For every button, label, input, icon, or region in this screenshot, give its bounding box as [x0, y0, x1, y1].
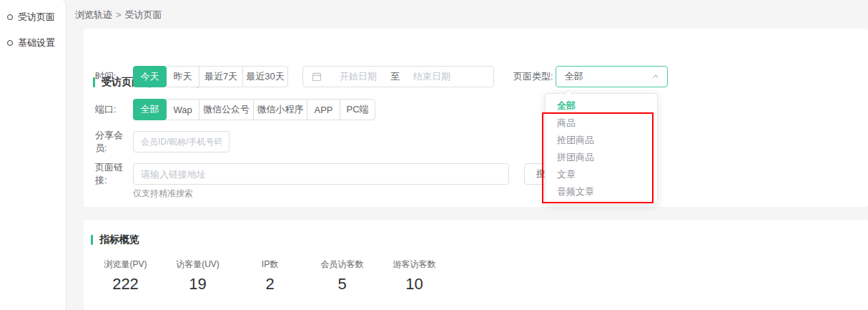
dropdown-option-all[interactable]: 全部: [546, 97, 657, 115]
dropdown-option-group-goods[interactable]: 拼团商品: [546, 149, 657, 166]
sidebar: 受访页面 基础设置: [0, 0, 66, 310]
date-range-separator: 至: [390, 70, 400, 83]
circle-icon: [7, 14, 13, 20]
metrics-panel: 指标概览 浏览量(PV) 222 访客量(UV) 19 IP数 2 会员访客数 …: [84, 220, 868, 310]
stat-label: 游客访客数: [378, 258, 450, 271]
stat-value: 10: [378, 275, 450, 294]
share-member-row: 分享会员:: [95, 131, 230, 152]
stat-label: 浏览量(PV): [89, 258, 162, 271]
stat-uv: 访客量(UV) 19: [162, 258, 234, 294]
dropdown-option-flash-group-goods[interactable]: 抢团商品: [546, 132, 657, 149]
port-option-wechat-official[interactable]: 微信公众号: [199, 99, 254, 120]
time-option-yesterday[interactable]: 昨天: [166, 66, 199, 87]
calendar-icon: [312, 72, 322, 82]
stat-label: IP数: [234, 258, 306, 271]
port-label: 端口:: [95, 103, 133, 116]
stats-row: 浏览量(PV) 222 访客量(UV) 19 IP数 2 会员访客数 5 游客访…: [89, 258, 450, 294]
stat-guest-visitors: 游客访客数 10: [378, 258, 450, 294]
breadcrumb: 浏览轨迹>受访页面: [75, 9, 162, 21]
page-type-label: 页面类型:: [513, 70, 553, 83]
share-member-input[interactable]: [133, 131, 230, 152]
sidebar-item-label: 基础设置: [18, 37, 55, 49]
port-option-app[interactable]: APP: [307, 99, 340, 120]
port-option-wap[interactable]: Wap: [166, 99, 199, 120]
dropdown-option-article[interactable]: 文章: [546, 166, 657, 183]
port-option-wechat-mini[interactable]: 微信小程序: [253, 99, 307, 120]
page-type-select[interactable]: 全部: [556, 66, 668, 87]
time-option-last30days[interactable]: 最近30天: [242, 66, 288, 87]
stat-value: 5: [306, 275, 378, 294]
stat-ip: IP数 2: [234, 258, 306, 294]
time-filter-row: 时间: 今天 昨天 最近7天 最近30天 开始日期 至 结束日期: [95, 66, 494, 87]
stat-label: 会员访客数: [306, 258, 378, 271]
start-date-placeholder: 开始日期: [326, 70, 390, 83]
breadcrumb-link[interactable]: 浏览轨迹: [75, 9, 112, 20]
stat-pv: 浏览量(PV) 222: [89, 258, 162, 294]
time-option-last7days[interactable]: 最近7天: [199, 66, 243, 87]
sidebar-item-label: 受访页面: [18, 11, 55, 24]
stat-label: 访客量(UV): [162, 258, 234, 271]
chevron-up-icon: [651, 72, 660, 81]
title-accent-bar: [91, 235, 93, 245]
dropdown-option-goods[interactable]: 商品: [546, 115, 657, 132]
breadcrumb-separator: >: [116, 9, 122, 20]
dropdown-option-audio-article[interactable]: 音频文章: [546, 183, 657, 200]
sidebar-item-visited-pages[interactable]: 受访页面: [0, 4, 66, 30]
time-button-group: 今天 昨天 最近7天 最近30天: [133, 66, 288, 87]
stat-member-visitors: 会员访客数 5: [306, 258, 378, 294]
time-label: 时间:: [95, 70, 133, 83]
metrics-panel-title: 指标概览: [91, 233, 139, 246]
stat-value: 2: [234, 275, 306, 294]
stat-value: 222: [89, 275, 162, 294]
date-range-picker[interactable]: 开始日期 至 结束日期: [302, 66, 494, 87]
port-filter-row: 端口: 全部 Wap 微信公众号 微信小程序 APP PC端: [95, 99, 375, 120]
filter-panel: 受访页面 (2022/04/01) 时间: 今天 昨天 最近7天 最近30天 开…: [84, 29, 868, 207]
end-date-placeholder: 结束日期: [400, 70, 464, 83]
page-link-row: 页面链接: 搜索: [95, 163, 567, 185]
port-button-group: 全部 Wap 微信公众号 微信小程序 APP PC端: [133, 99, 375, 120]
share-member-label: 分享会员:: [95, 129, 133, 155]
panel-title-text: 指标概览: [99, 233, 139, 246]
search-hint: 仅支持精准搜索: [133, 188, 193, 200]
sidebar-item-basic-settings[interactable]: 基础设置: [0, 30, 66, 56]
circle-icon: [7, 40, 13, 46]
port-option-pc[interactable]: PC端: [340, 99, 375, 120]
breadcrumb-current: 受访页面: [125, 9, 162, 20]
page-type-dropdown: 全部 商品 抢团商品 拼团商品 文章 音频文章: [545, 93, 658, 205]
page-type-group: 页面类型: 全部: [513, 66, 668, 87]
page-link-input[interactable]: [133, 163, 509, 185]
page-type-value: 全部: [565, 70, 583, 83]
port-option-all[interactable]: 全部: [133, 99, 167, 120]
time-option-today[interactable]: 今天: [133, 66, 167, 87]
stat-value: 19: [162, 275, 234, 294]
page-link-label: 页面链接:: [95, 161, 133, 187]
